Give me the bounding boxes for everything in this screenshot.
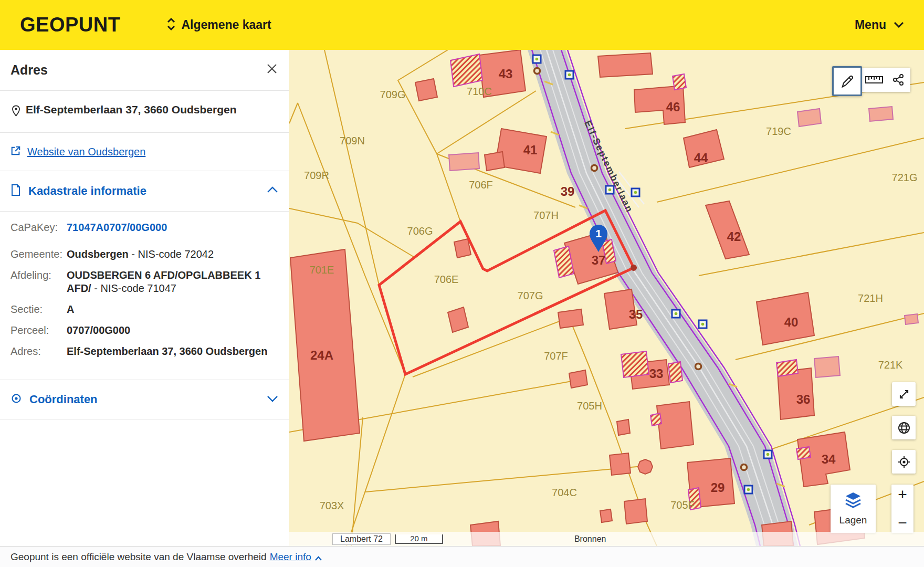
panel-empty-area [0, 419, 289, 546]
field-capakey: CaPaKey: 71047A0707/00G000 [10, 221, 278, 234]
chevron-down-icon [894, 20, 904, 30]
layers-label: Lagen [839, 514, 867, 526]
parcel-label: 706F [469, 179, 493, 191]
address-section: Elf-Septemberlaan 37, 3660 Oudsbergen [0, 91, 289, 133]
external-link-icon [10, 145, 21, 158]
layers-button[interactable]: Lagen [831, 485, 876, 533]
menu-label: Menu [855, 18, 886, 32]
footer-text: Geopunt is een officiële website van de … [10, 551, 267, 563]
house-number: 39 [561, 184, 575, 198]
house-number: 42 [727, 229, 741, 244]
panel-header: Adres [0, 50, 289, 91]
parcel-label: 707F [544, 350, 568, 362]
zoom-out-button[interactable]: − [891, 515, 914, 531]
layers-icon [843, 491, 864, 511]
coordinates-title: Coördinaten [29, 393, 98, 406]
map-toolbar [832, 66, 910, 96]
scale-bar: 20 m [395, 534, 443, 544]
parcel-label: 709R [304, 170, 329, 181]
geopunt-logo: GEOPUNT [20, 14, 120, 36]
house-number: 29 [711, 480, 725, 495]
toolbar-extra [862, 68, 910, 92]
field-afdeling: Afdeling: OUDSBERGEN 6 AFD/OPGLABBEEK 1 … [10, 269, 278, 295]
fullscreen-button[interactable] [892, 382, 916, 406]
house-number: 34 [822, 452, 836, 466]
chevron-up-icon [267, 186, 278, 195]
field-sectie: Sectie: A [10, 303, 278, 316]
field-perceel: Perceel: 0707/00G000 [10, 324, 278, 337]
parcel-label: 709N [340, 135, 365, 146]
sources-link[interactable]: Bronnen [574, 534, 606, 544]
field-gemeente: Gemeente: Oudsbergen - NIS-code 72042 [10, 248, 278, 261]
website-row: Website van Oudsbergen [0, 133, 289, 171]
cadastral-title: Kadastrale informatie [28, 184, 146, 198]
house-number: 43 [499, 67, 513, 81]
parcel-label: 706G [407, 225, 433, 237]
share-button[interactable] [886, 68, 910, 92]
house-number: 44 [694, 151, 708, 165]
house-number: 41 [523, 143, 538, 157]
house-number: 24A [310, 348, 333, 362]
address-text: Elf-Septemberlaan 37, 3660 Oudsbergen [26, 103, 236, 116]
locate-button[interactable] [892, 450, 916, 474]
capakey-link[interactable]: 71047A0707/00G000 [67, 221, 278, 234]
parcel-label: 704C [552, 487, 577, 498]
projection-label: Lambert 72 [332, 533, 391, 545]
geopunt-app: GEOPUNT Algemene kaart Menu Adres [0, 0, 924, 567]
parcel-label: 721G [892, 172, 918, 183]
house-number: 35 [629, 307, 643, 321]
marker-number: 1 [595, 227, 602, 239]
map-area: Elf-Septemberlaan 709G709N709R710C706F70… [289, 50, 924, 546]
parcel-label: 721K [878, 359, 903, 371]
map-attribution: Lambert 72 20 m Bronnen [289, 532, 924, 546]
house-number: 36 [796, 392, 811, 406]
target-icon [10, 393, 22, 406]
basemap-selector-label: Algemene kaart [181, 18, 271, 32]
parcel-label: 701E [310, 264, 334, 276]
house-number: 33 [649, 366, 664, 381]
top-header: GEOPUNT Algemene kaart Menu [0, 0, 924, 50]
measure-ruler-button[interactable] [862, 68, 886, 92]
zoom-control: + − [891, 485, 914, 533]
chevron-down-icon [267, 395, 278, 404]
parcel-label: 709G [380, 89, 406, 100]
basemap-selector[interactable]: Algemene kaart [166, 17, 271, 33]
website-link[interactable]: Website van Oudsbergen [27, 146, 145, 158]
menu-button[interactable]: Menu [855, 18, 904, 32]
close-icon[interactable] [265, 61, 279, 76]
map-canvas[interactable]: Elf-Septemberlaan 709G709N709R710C706F70… [289, 50, 924, 546]
panel-title: Adres [10, 62, 278, 78]
chevron-up-icon [314, 552, 322, 564]
house-number: 37 [592, 253, 606, 267]
parcel-label: 705H [577, 400, 602, 412]
swap-arrows-icon [166, 17, 176, 33]
parcel-label: 707H [533, 209, 559, 221]
house-number: 40 [784, 315, 799, 329]
meer-info-link[interactable]: Meer info [270, 551, 311, 563]
info-panel: Adres Elf-Septemberlaan 37, 3660 Oudsber… [0, 50, 289, 546]
draw-pencil-button[interactable] [832, 66, 862, 96]
parcel-label: 719C [766, 125, 791, 137]
document-icon [10, 184, 21, 198]
location-pin-icon [10, 104, 22, 120]
parcel-label: 706E [434, 274, 459, 285]
cadastral-section-header[interactable]: Kadastrale informatie [0, 171, 289, 212]
cadastral-fields: CaPaKey: 71047A0707/00G000 Gemeente: Oud… [0, 212, 289, 380]
coordinates-section-header[interactable]: Coördinaten [0, 380, 289, 419]
field-adres: Adres: Elf-Septemberlaan 37, 3660 Oudsbe… [10, 345, 278, 358]
globe-button[interactable] [892, 416, 916, 439]
parcel-label: 721H [858, 292, 883, 304]
parcel-label: 703X [320, 500, 344, 511]
page-footer: Geopunt is een officiële website van de … [0, 546, 924, 567]
parcel-label: 710C [467, 86, 492, 97]
parcel-label: 707G [518, 290, 543, 301]
parcel-label: 705F [670, 499, 695, 511]
zoom-in-button[interactable]: + [891, 487, 914, 502]
house-number: 46 [666, 100, 680, 114]
